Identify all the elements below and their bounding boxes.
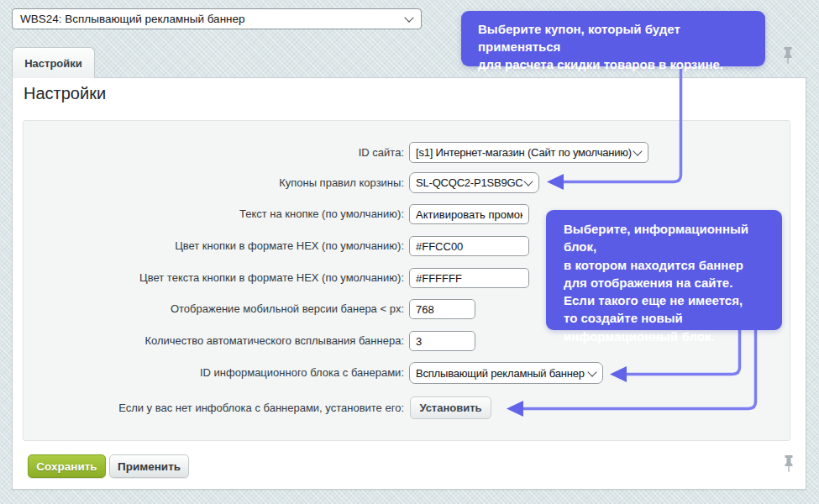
chevron-down-icon [404, 13, 413, 22]
tooltip-iblock-hint: Выберите, информационный блок, в котором… [546, 210, 782, 330]
field-label-install: Если у вас нет инфоблока с баннерами, ус… [34, 396, 404, 419]
chevron-down-icon [633, 146, 642, 155]
site-id-select-value: [s1] Интернет-магазин (Сайт по умолчанию… [416, 146, 632, 159]
tab-settings[interactable]: Настройки [12, 47, 95, 78]
tooltip-coupon-hint: Выберите купон, который будет применятьс… [461, 11, 765, 66]
field-label-popup-count: Количество автоматического всплывания ба… [34, 331, 404, 351]
module-selector-dropdown[interactable]: WBS24: Всплывающий рекламный баннер [12, 8, 422, 29]
tab-settings-label: Настройки [24, 57, 82, 70]
pushpin-icon[interactable] [782, 454, 795, 474]
field-label-button-text: Текст на кнопке (по умолчанию): [34, 204, 404, 224]
save-button[interactable]: Сохранить [28, 454, 106, 478]
button-text-color-input[interactable] [409, 268, 529, 288]
coupon-select[interactable]: SL-QCQC2-P1SB9GC [409, 172, 539, 193]
install-button[interactable]: Установить [410, 396, 491, 419]
module-settings-page: WBS24: Всплывающий рекламный баннер Наст… [0, 0, 819, 504]
mobile-width-input[interactable] [409, 299, 475, 319]
module-selector-value: WBS24: Всплывающий рекламный баннер [20, 13, 245, 25]
button-text-input[interactable] [409, 204, 529, 224]
field-label-site-id: ID сайта: [34, 142, 404, 163]
button-color-input[interactable] [409, 236, 529, 256]
field-label-button-text-color: Цвет текста кнопки в формате HEX (по умо… [34, 268, 404, 288]
iblock-select[interactable]: Всплывающий рекламный баннер [409, 362, 603, 384]
apply-button[interactable]: Применить [109, 454, 189, 478]
pushpin-icon[interactable] [781, 46, 795, 66]
chevron-down-icon [587, 367, 596, 376]
popup-count-input[interactable] [409, 331, 475, 351]
field-label-button-color: Цвет кнопки в формате HEX (по умолчанию)… [34, 236, 404, 256]
site-id-select[interactable]: [s1] Интернет-магазин (Сайт по умолчанию… [409, 142, 648, 163]
iblock-select-value: Всплывающий рекламный баннер [416, 367, 585, 380]
page-title: Настройки [24, 84, 106, 103]
coupon-select-value: SL-QCQC2-P1SB9GC [416, 176, 523, 189]
field-label-coupons: Купоны правил корзины: [34, 172, 404, 193]
chevron-down-icon [523, 176, 533, 186]
field-label-iblock-id: ID информационного блока с банерами: [34, 362, 404, 384]
field-label-mobile-width: Отображение мобильной версии банера < px… [34, 299, 404, 319]
